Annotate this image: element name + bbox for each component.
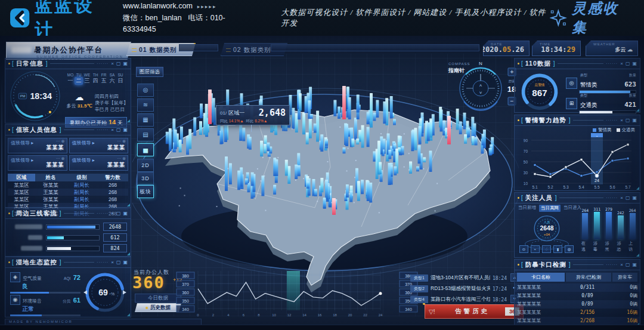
- svg-text:COMPASS: COMPASS: [448, 62, 470, 66]
- inspiration-collect[interactable]: 灵感收集: [550, 0, 631, 37]
- panel-close-icon[interactable]: ×: [111, 260, 114, 265]
- panel-title: 关注人员: [525, 194, 553, 202]
- focus-mini-icon[interactable]: ▮: [553, 245, 562, 253]
- panel-close-icon[interactable]: ×: [620, 61, 623, 66]
- heatmap-icon[interactable]: ▦: [137, 113, 154, 127]
- camera-icon[interactable]: ◎: [137, 84, 154, 97]
- panel-expand-icon[interactable]: ▣: [632, 262, 637, 267]
- layer-button-板块[interactable]: 板块: [137, 185, 154, 198]
- svg-text:+04: +04: [544, 233, 550, 236]
- svg-text:350: 350: [182, 299, 189, 303]
- weekday-cell[interactable]: 二: [75, 77, 83, 85]
- panel-expand-icon[interactable]: ▣: [632, 195, 637, 201]
- cloud-icon: ☁: [627, 47, 633, 53]
- weekday-cell[interactable]: 三: [83, 77, 91, 85]
- panel-police-trend: [警情警力趋势]······×▢▣ 警情类交通类 9070503010⌄5.15…: [514, 115, 640, 191]
- layer-button-2D[interactable]: 2D: [137, 159, 154, 172]
- panel-restore-icon[interactable]: ▢: [116, 127, 121, 132]
- focus-tab[interactable]: 当日新增: [518, 205, 536, 212]
- radar-icon[interactable]: ≋: [137, 98, 154, 112]
- weekday-cell[interactable]: 五: [100, 77, 108, 85]
- clock-time: 18:34: [30, 91, 52, 101]
- bottom-strip-decor: [0, 325, 644, 330]
- focus-mini-icon[interactable]: ◌: [542, 245, 551, 253]
- today-data-button[interactable]: 今日数据: [135, 294, 181, 303]
- collect-label: 灵感收集: [572, 0, 631, 37]
- panel-title: 110数据: [525, 60, 551, 68]
- focus-bar: 311涉毒: [593, 207, 601, 252]
- sparkle-star-icon: [550, 9, 567, 27]
- website-link[interactable]: www.lanlanwork.com: [123, 2, 193, 10]
- panel-passenger-flow: [周边三线客流]······×▢▣ 2648612824: [5, 208, 131, 257]
- panel-restore-icon[interactable]: ▢: [626, 262, 630, 267]
- svg-text:867: 867: [532, 88, 547, 98]
- panel-restore-icon[interactable]: ▢: [116, 260, 121, 265]
- alert-item[interactable]: 类型4某路口有小汽车连闯三个红灯18:24: [410, 295, 507, 304]
- checkpoint-header: 卡口名称异常/已检测异常车: [517, 273, 637, 282]
- focus-bar: 264上访: [628, 207, 636, 252]
- duty-leader-card[interactable]: 值班领导 ▸··· ⊗某某某: [69, 155, 129, 171]
- panel-checkpoint: [防暴卡口检测]······×▢▣ 卡口名称异常/已检测异常车某某某某某0/31…: [514, 259, 640, 327]
- focus-tab[interactable]: 当日离网: [539, 205, 561, 212]
- panel-restore-icon[interactable]: ▢: [626, 195, 630, 201]
- focus-mini-icon[interactable]: ⊙: [519, 245, 528, 253]
- panel-title: 警情警力趋势: [525, 116, 566, 125]
- panel-expand-icon[interactable]: ▣: [123, 211, 128, 216]
- focus-mini-icon[interactable]: ◍: [565, 245, 574, 253]
- dashboard: 暑期办公协作平台 SUMMER OFFICE COOPERATION PLATF…: [0, 36, 644, 330]
- focus-bar: 242涉恐: [617, 207, 624, 252]
- flow-bar-row: 2648: [5, 221, 131, 232]
- focus-tab[interactable]: 当日进入: [564, 205, 581, 212]
- svg-text:-: -: [98, 291, 100, 297]
- duty-leader-card[interactable]: 值班领导 ▸··· ⊗某某某: [8, 155, 67, 171]
- panel-110-data: [110数据]······×▢▣ 总警情 867 ◎类型警情类数量623⊞类型交…: [514, 58, 640, 113]
- site-header: 蓝蓝设计 www.lanlanwork.com▸▸▸▸▸ 微信：ben_lanl…: [0, 0, 644, 36]
- panel-restore-icon[interactable]: ▢: [626, 61, 630, 66]
- duty-table-row: 某某区张某某副局长268: [8, 181, 128, 189]
- svg-text:5.3: 5.3: [563, 185, 568, 189]
- panel-expand-icon[interactable]: ▣: [632, 61, 637, 66]
- checkpoint-row: 某某某某某0/3110辆: [515, 283, 640, 292]
- weekday-cell[interactable]: 四: [91, 77, 100, 85]
- panel-title: 湿地生态监控: [16, 258, 57, 267]
- panel-close-icon[interactable]: ×: [620, 262, 623, 267]
- focus-bar-chart: 264在逃311涉毒279涉黑242涉恐264上访: [581, 207, 636, 252]
- panel-close-icon[interactable]: ×: [620, 195, 623, 201]
- focus-mini-icon[interactable]: ⌁: [531, 245, 540, 253]
- panel-close-icon[interactable]: ×: [620, 118, 623, 123]
- list-layer-icon[interactable]: ▤: [137, 128, 154, 141]
- panel-restore-icon[interactable]: ▢: [116, 61, 121, 66]
- panel-close-icon[interactable]: ×: [111, 211, 114, 216]
- svg-text:5.4: 5.4: [578, 185, 584, 189]
- panel-expand-icon[interactable]: ▣: [632, 118, 637, 123]
- svg-text:总警情: 总警情: [534, 83, 544, 87]
- svg-text:380: 380: [182, 274, 189, 278]
- alert-item[interactable]: 类型2RD13-53烟感报警疑似火灾17:24: [410, 284, 507, 294]
- panel-restore-icon[interactable]: ▢: [626, 118, 630, 123]
- duty-leader-card[interactable]: 值班领导 ▸··· ⊗某某某: [69, 138, 129, 153]
- bar-chart-icon[interactable]: ▅: [137, 143, 154, 156]
- weekday-cell[interactable]: 一: [66, 77, 75, 85]
- layer-button-3D[interactable]: 3D: [137, 172, 154, 185]
- svg-text:5.5: 5.5: [594, 185, 599, 189]
- panel-duty-staff: [值班人员信息]······×▢▣ 值班领导 ▸··· ⊗某某某值班领导 ▸··…: [5, 124, 131, 208]
- weather-plate: WEATHER 多云 ☁: [586, 41, 638, 56]
- svg-text:2648: 2648: [540, 225, 553, 232]
- panel-restore-icon[interactable]: ▢: [116, 211, 121, 216]
- alert-item[interactable]: 类型1湿地3-104片区有不明人员闯入18:24: [410, 273, 507, 283]
- panel-expand-icon[interactable]: ▣: [123, 127, 128, 132]
- air-quality-item: ◈空气质量 AQI 72 良: [10, 272, 80, 294]
- duty-leader-card[interactable]: 值班领导 ▸··· ⊗某某某: [8, 138, 67, 153]
- traffic-type-icon: ⊞: [566, 98, 577, 109]
- history-data-button[interactable]: 历史数据: [135, 303, 181, 312]
- svg-text:2: 2: [212, 313, 215, 317]
- panel-close-icon[interactable]: ×: [111, 61, 114, 66]
- alert-history-button[interactable]: ▽! 告警历史 36: [425, 304, 524, 319]
- weekday-cell[interactable]: 日: [116, 77, 125, 85]
- weekday-cell[interactable]: 六: [108, 77, 116, 85]
- panel-close-icon[interactable]: ×: [111, 127, 114, 132]
- panel-expand-icon[interactable]: ▣: [123, 260, 128, 265]
- panel-expand-icon[interactable]: ▣: [123, 61, 128, 66]
- clock-period: PM: [20, 94, 26, 98]
- contact-info: www.lanlanwork.com▸▸▸▸▸ 微信：ben_lanlan 电话…: [123, 1, 252, 35]
